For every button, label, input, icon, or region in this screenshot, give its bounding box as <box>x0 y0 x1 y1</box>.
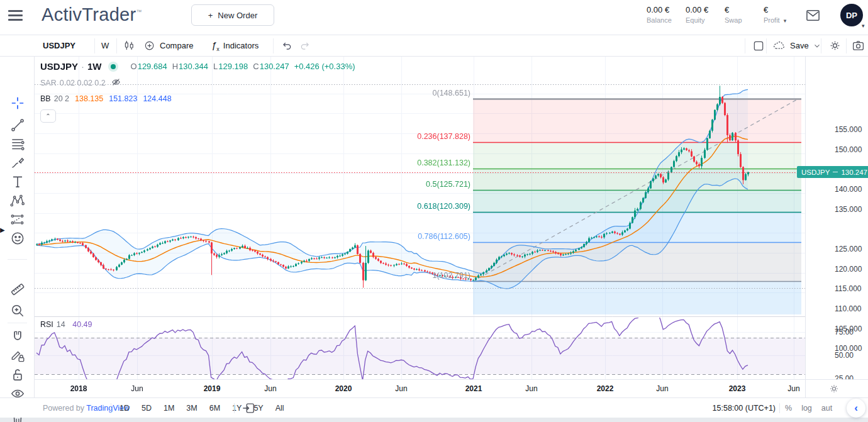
compare-icon <box>143 40 156 52</box>
time-tick-label: 2021 <box>465 384 482 393</box>
trend-line-icon[interactable] <box>9 117 26 133</box>
last-price-chip: USDJPY130.247 <box>797 166 868 178</box>
crosshair-icon[interactable] <box>9 95 26 111</box>
lock-all-drawings-icon[interactable] <box>9 367 26 383</box>
price-tick-label: 115.000 <box>835 284 862 293</box>
symbol-search-button[interactable]: USDJPY <box>43 35 75 56</box>
axis-settings-gear-icon[interactable] <box>828 383 840 394</box>
powered-by: Powered by TradingView <box>43 404 130 413</box>
time-scale[interactable]: 2018Jun2019Jun2020Jun2021Jun2022Jun2023J… <box>35 379 805 397</box>
sidebar-expand-arrow[interactable]: ▶ <box>0 226 5 233</box>
app-logo: ActivTrader™ <box>42 4 142 25</box>
time-tick-label: Jun <box>131 384 143 393</box>
avatar-caret-icon[interactable]: ▾ <box>862 23 865 29</box>
layout-select-icon[interactable] <box>750 35 767 56</box>
toolbar-separator <box>8 259 27 260</box>
fib-level-label: 1(102.791) <box>338 271 470 280</box>
market-status-dot[interactable] <box>111 64 116 69</box>
range-button-5d[interactable]: 5D <box>142 404 152 413</box>
price-scale[interactable]: 155.000150.000145.000140.000135.000125.0… <box>805 57 868 379</box>
collapse-panel-button[interactable]: ‹ <box>847 399 865 418</box>
time-tick-label: 2022 <box>597 384 614 393</box>
xabcd-pattern-icon[interactable] <box>9 192 26 209</box>
rsi-indicator-row: RSI14 40.49 <box>40 320 92 329</box>
indicators-button[interactable]: ƒx Indicators <box>211 35 259 56</box>
save-button[interactable]: Save <box>772 35 821 56</box>
legend-interval: 1W <box>87 61 102 72</box>
compare-button[interactable]: Compare <box>143 35 193 56</box>
range-button-all[interactable]: All <box>275 404 284 413</box>
magnet-icon[interactable] <box>9 329 26 345</box>
screenshot-camera-icon[interactable] <box>849 35 867 56</box>
mail-icon[interactable] <box>804 8 821 23</box>
scale-mode-percent[interactable]: % <box>785 404 792 413</box>
change-value: +0.426 (+0.33%) <box>294 62 355 71</box>
chart-legend: USDJPY · 1W O129.684H130.344L129.198C130… <box>40 61 355 123</box>
time-tick-label: Jun <box>395 384 407 393</box>
bb-value: 151.823 <box>109 94 137 103</box>
top-bar: ActivTrader™ +New Order 0.00 €Balance0.0… <box>0 0 868 35</box>
fib-level-label: 0(148.651) <box>338 89 470 97</box>
undo-icon[interactable] <box>279 35 295 56</box>
time-tick-label: Jun <box>656 384 668 393</box>
price-tick-label: 110.000 <box>835 304 862 313</box>
time-tick-label: Jun <box>525 384 537 393</box>
ruler-icon[interactable] <box>9 281 26 297</box>
emoji-icon[interactable] <box>9 230 26 247</box>
range-button-1d[interactable]: 1D <box>120 404 130 413</box>
range-button-1m[interactable]: 1M <box>164 404 174 413</box>
rsi-tick-label: 50.00 <box>835 351 854 360</box>
price-tick-label: 155.000 <box>835 125 862 134</box>
fib-retracement-icon[interactable] <box>9 136 26 152</box>
account-stat: 0.00 €Balance <box>647 5 677 24</box>
avatar[interactable]: DP <box>840 4 863 26</box>
time-tick-label: Jun <box>264 384 276 393</box>
axis-settings-corner <box>805 379 868 397</box>
projection-icon[interactable] <box>9 211 26 228</box>
zoom-in-icon[interactable] <box>9 303 26 319</box>
bb-value: 138.135 <box>75 94 103 103</box>
profit-caret-icon[interactable]: ▾ <box>784 18 787 24</box>
time-tick-label: 2020 <box>335 384 352 393</box>
interval-button[interactable]: W <box>101 35 109 56</box>
legend-separator: · <box>81 61 84 72</box>
price-tick-label: 140.000 <box>835 185 862 194</box>
chart-toolbar: USDJPY W Compare ƒx Indicators Save <box>0 35 868 57</box>
drawing-pencil-lock-icon[interactable] <box>9 348 26 364</box>
range-button-6m[interactable]: 6M <box>209 404 220 413</box>
redo-icon[interactable] <box>296 35 313 56</box>
chevron-down-icon <box>813 42 821 50</box>
go-to-date-icon[interactable] <box>242 401 255 415</box>
time-tick-label: 2018 <box>70 384 87 393</box>
scale-mode-buttons: %logaut <box>785 404 850 413</box>
toolbar-separator <box>8 323 27 323</box>
account-stat: €Profit▾ <box>764 5 794 24</box>
ohlc-values: O129.684H130.344L129.198C130.247 <box>126 62 289 71</box>
price-tick-label: 150.000 <box>835 145 862 154</box>
brush-icon[interactable] <box>9 155 26 171</box>
account-stat: €Swap <box>725 5 755 24</box>
session-clock[interactable]: 15:58:00 (UTC+1) <box>697 404 776 413</box>
date-range-buttons: 1D5D1M3M6M1Y5YAll <box>120 404 284 413</box>
time-tick-label: 2023 <box>729 384 746 393</box>
chart-settings-gear-icon[interactable] <box>826 35 843 56</box>
menu-icon[interactable] <box>8 10 23 21</box>
scale-mode-aut[interactable]: aut <box>821 404 832 413</box>
account-stats: 0.00 €Balance0.00 €Equity€Swap€Profit▾ <box>647 5 803 24</box>
bb-values: 138.135151.823124.448 <box>69 94 172 103</box>
legend-symbol[interactable]: USDJPY <box>40 61 78 72</box>
scale-mode-log[interactable]: log <box>801 404 812 413</box>
account-stat: 0.00 €Equity <box>686 5 716 24</box>
price-tick-label: 125.000 <box>835 245 862 253</box>
fib-level-label: 0.236(137.828) <box>338 132 470 141</box>
candle-style-icon[interactable] <box>121 35 136 56</box>
new-order-button[interactable]: +New Order <box>191 4 274 26</box>
legend-collapse-button[interactable]: ⌃ <box>40 109 56 123</box>
time-tick-label: 2019 <box>204 384 221 393</box>
drawing-toolbar <box>0 57 35 397</box>
text-icon[interactable] <box>9 174 26 190</box>
eye-hidden-icon[interactable] <box>111 77 121 89</box>
price-tick-label: 120.000 <box>835 265 862 274</box>
range-button-3m[interactable]: 3M <box>186 404 197 413</box>
cloud-save-icon <box>772 39 786 53</box>
